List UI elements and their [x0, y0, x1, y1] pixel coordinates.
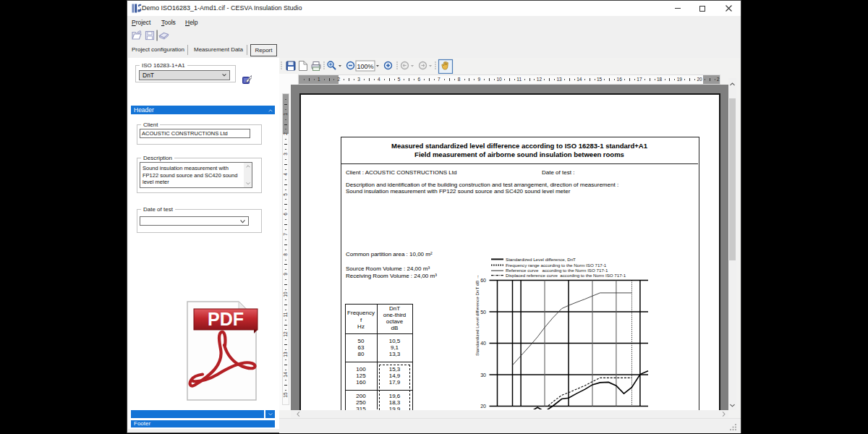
svg-text:50: 50 [480, 310, 486, 315]
svg-text:Standardized Level difference,: Standardized Level difference, DnT [506, 257, 576, 262]
svg-text:40: 40 [480, 341, 486, 346]
svg-text:Displaced reference curve acc: Displaced reference curve according to t… [506, 273, 626, 278]
svg-text:Frequency range according to t: Frequency range according to the Norm IS… [506, 263, 607, 268]
svg-text:20: 20 [480, 404, 486, 409]
svg-text:30: 30 [480, 373, 486, 378]
svg-text:60: 60 [480, 278, 486, 283]
svg-text:PDF: PDF [208, 309, 244, 329]
svg-text:100%: 100% [357, 63, 373, 70]
svg-text:Standardized Level difference: Standardized Level difference DnT dB → [475, 275, 480, 356]
